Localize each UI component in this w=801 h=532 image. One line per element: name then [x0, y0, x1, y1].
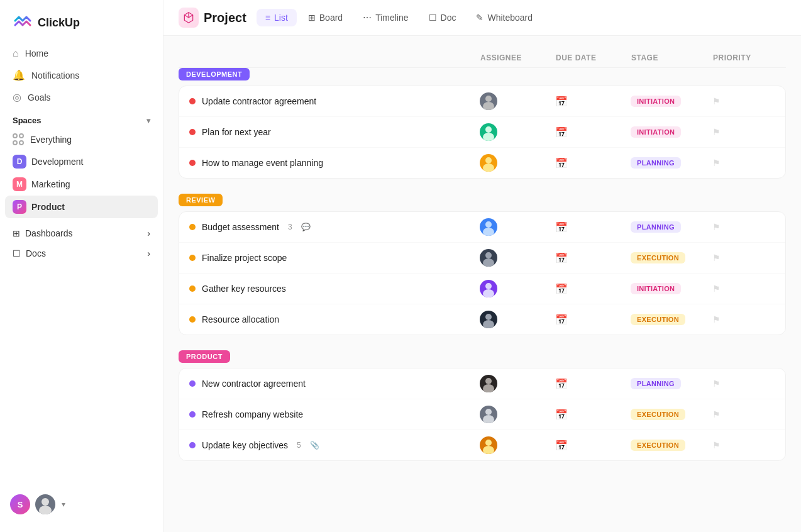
logo: ClickUp	[0, 10, 163, 43]
tab-list[interactable]: ≡ List	[257, 9, 297, 26]
sidebar-item-home[interactable]: ⌂ Home	[5, 43, 158, 64]
due-date-cell[interactable]: 📅	[555, 440, 631, 452]
table-row[interactable]: Budget assessment 3 💬 📅 PLANNING ⚑	[179, 212, 785, 243]
board-icon: ⊞	[308, 13, 316, 23]
section-badge-development: DEVELOPMENT	[179, 68, 250, 80]
svg-point-13	[483, 289, 494, 297]
sidebar-item-label: Everything	[30, 135, 72, 145]
col-priority: PRIORITY	[713, 53, 776, 62]
table-row[interactable]: Refresh company website 📅 EXECUTION ⚑	[179, 399, 785, 430]
svg-point-5	[483, 133, 494, 141]
sidebar-item-product[interactable]: P Product	[5, 196, 158, 218]
project-cube-icon	[182, 11, 195, 24]
stage-cell: EXECUTION	[631, 314, 712, 325]
task-cell: How to manage event planning	[189, 158, 480, 168]
stage-cell: EXECUTION	[631, 252, 712, 263]
user-profile[interactable]: S ▾	[0, 487, 163, 522]
stage-cell: PLANNING	[631, 221, 712, 233]
task-name: How to manage event planning	[202, 158, 323, 168]
sidebar-item-label: Development	[31, 157, 84, 167]
sidebar-sections: ⊞ Dashboards › ☐ Docs ›	[0, 223, 163, 263]
table-row[interactable]: Plan for next year 📅 INITIATION ⚑	[179, 117, 785, 148]
sidebar-item-label: Home	[25, 48, 48, 58]
tab-board[interactable]: ⊞ Board	[299, 9, 351, 26]
tab-timeline[interactable]: ⋯ Timeline	[354, 9, 417, 26]
task-status-dot	[189, 411, 196, 418]
priority-cell: ⚑	[712, 284, 775, 294]
section-header-review: REVIEW	[179, 194, 786, 206]
svg-point-10	[485, 252, 492, 258]
svg-point-19	[483, 415, 494, 423]
table-row[interactable]: Resource allocation 📅 EXECUTION ⚑	[179, 304, 785, 335]
svg-point-6	[485, 157, 492, 163]
chevron-down-icon[interactable]: ▾	[146, 116, 150, 125]
avatar	[480, 280, 497, 297]
avatar	[480, 154, 497, 172]
due-date-cell[interactable]: 📅	[555, 221, 631, 233]
due-date-cell[interactable]: 📅	[555, 283, 631, 295]
sidebar-item-notifications[interactable]: 🔔 Notifications	[5, 64, 158, 86]
due-date-cell[interactable]: 📅	[555, 126, 631, 138]
due-date-cell[interactable]: 📅	[555, 252, 631, 264]
product-task-list: New contractor agreement 📅 PLANNING ⚑	[179, 368, 786, 461]
table-row[interactable]: How to manage event planning 📅 PLANNING …	[179, 148, 785, 178]
sidebar-item-dashboards[interactable]: ⊞ Dashboards ›	[0, 223, 163, 243]
table-row[interactable]: Update key objectives 5 📎 📅 EXECUTION ⚑	[179, 430, 785, 460]
priority-cell: ⚑	[712, 96, 775, 106]
due-date-cell[interactable]: 📅	[555, 314, 631, 326]
sidebar-item-everything[interactable]: Everything	[5, 129, 158, 150]
task-status-dot	[189, 224, 196, 230]
sidebar-item-label: Dashboards	[25, 228, 73, 238]
svg-point-15	[483, 320, 494, 328]
project-title: Project	[204, 11, 246, 25]
task-status-dot	[189, 285, 196, 292]
section-header-product: PRODUCT	[179, 350, 786, 363]
assignee-cell	[480, 280, 555, 297]
table-row[interactable]: Update contractor agreement 📅 INITIATION…	[179, 86, 785, 117]
sidebar-item-marketing[interactable]: M Marketing	[5, 173, 158, 196]
stage-badge: EXECUTION	[631, 252, 685, 263]
tab-doc[interactable]: ☐ Doc	[420, 9, 465, 26]
priority-cell: ⚑	[712, 127, 775, 137]
svg-point-17	[483, 384, 494, 392]
avatar	[480, 249, 497, 267]
assignee-cell	[480, 123, 555, 141]
avatar	[480, 436, 497, 454]
stage-cell: INITIATION	[631, 96, 712, 107]
svg-point-0	[41, 498, 49, 506]
svg-point-11	[483, 258, 494, 267]
due-date-cell[interactable]: 📅	[555, 409, 631, 421]
table-row[interactable]: Gather key resources 📅 INITIATION ⚑	[179, 274, 785, 304]
assignee-cell	[480, 249, 555, 267]
stage-badge: INITIATION	[631, 96, 681, 107]
stage-cell: INITIATION	[631, 126, 712, 138]
svg-point-14	[485, 314, 492, 320]
svg-point-21	[483, 446, 494, 454]
task-cell: Refresh company website	[189, 409, 480, 419]
header: Project ≡ List ⊞ Board ⋯ Timeline ☐ Doc …	[163, 0, 801, 36]
main-content: Project ≡ List ⊞ Board ⋯ Timeline ☐ Doc …	[163, 0, 801, 532]
table-row[interactable]: Finalize project scope 📅 EXECUTION ⚑	[179, 243, 785, 274]
table-row[interactable]: New contractor agreement 📅 PLANNING ⚑	[179, 369, 785, 399]
svg-point-8	[485, 221, 492, 228]
logo-icon	[13, 13, 33, 33]
content-area: ASSIGNEE DUE DATE STAGE PRIORITY DEVELOP…	[163, 36, 801, 532]
task-status-dot	[189, 442, 196, 448]
review-task-list: Budget assessment 3 💬 📅 PLANNING ⚑	[179, 211, 786, 335]
due-date-cell[interactable]: 📅	[555, 96, 631, 108]
space-badge-p: P	[13, 200, 26, 214]
sidebar-item-goals[interactable]: ◎ Goals	[5, 86, 158, 108]
stage-badge: INITIATION	[631, 283, 681, 294]
col-task	[189, 53, 480, 62]
sidebar-item-docs[interactable]: ☐ Docs ›	[0, 243, 163, 263]
tab-whiteboard[interactable]: ✎ Whiteboard	[467, 9, 541, 26]
due-date-cell[interactable]: 📅	[555, 378, 631, 390]
task-cell: Update contractor agreement	[189, 96, 480, 106]
sidebar-item-development[interactable]: D Development	[5, 150, 158, 173]
priority-cell: ⚑	[712, 440, 775, 450]
priority-cell: ⚑	[712, 222, 775, 232]
task-cell: Update key objectives 5 📎	[189, 440, 480, 450]
task-count: 5	[297, 441, 301, 450]
assignee-cell	[480, 311, 555, 328]
due-date-cell[interactable]: 📅	[555, 157, 631, 169]
